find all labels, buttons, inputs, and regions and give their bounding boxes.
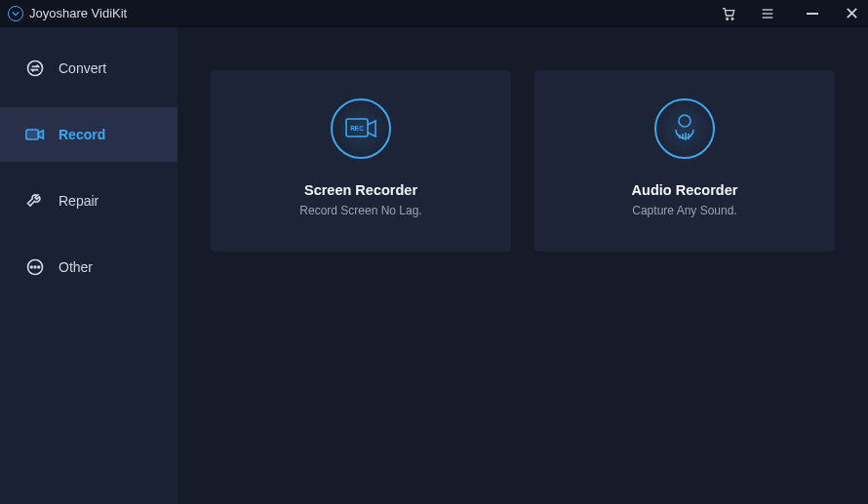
app-title: Joyoshare VidiKit xyxy=(29,6,127,20)
svg-point-8 xyxy=(28,61,43,76)
window-controls xyxy=(804,5,860,22)
repair-icon xyxy=(25,191,45,211)
svg-point-12 xyxy=(34,266,36,268)
record-icon xyxy=(25,125,45,144)
convert-icon xyxy=(25,58,45,78)
sidebar: Convert Record Repair Other xyxy=(0,27,178,504)
card-title: Audio Recorder xyxy=(632,182,738,198)
cart-icon[interactable] xyxy=(720,5,737,22)
card-audio-recorder[interactable]: Audio Recorder Capture Any Sound. xyxy=(534,70,835,252)
svg-point-16 xyxy=(679,115,690,127)
card-title: Screen Recorder xyxy=(304,182,417,198)
menu-icon[interactable] xyxy=(759,5,776,22)
sidebar-item-label: Repair xyxy=(59,193,99,209)
sidebar-item-repair[interactable]: Repair xyxy=(0,174,178,228)
other-icon xyxy=(25,257,45,277)
svg-point-0 xyxy=(727,18,729,19)
minimize-button[interactable] xyxy=(804,5,821,22)
svg-point-13 xyxy=(38,266,40,268)
svg-rect-9 xyxy=(26,130,38,139)
sidebar-item-other[interactable]: Other xyxy=(0,240,178,294)
sidebar-item-label: Record xyxy=(59,127,105,142)
sidebar-item-convert[interactable]: Convert xyxy=(0,41,178,96)
close-button[interactable] xyxy=(843,5,860,22)
audio-recorder-icon xyxy=(654,98,715,159)
card-subtitle: Record Screen No Lag. xyxy=(299,204,421,217)
app-window: Joyoshare VidiKit xyxy=(0,0,868,504)
svg-point-1 xyxy=(731,18,733,19)
sidebar-item-label: Convert xyxy=(59,60,106,76)
sidebar-item-label: Other xyxy=(59,259,93,275)
content: Convert Record Repair Other xyxy=(0,27,868,504)
svg-point-11 xyxy=(30,266,32,268)
svg-text:REC: REC xyxy=(350,125,364,132)
app-logo-icon xyxy=(8,6,23,21)
screen-recorder-icon: REC xyxy=(331,98,391,159)
main-panel: REC Screen Recorder Record Screen No Lag… xyxy=(178,27,868,504)
card-screen-recorder[interactable]: REC Screen Recorder Record Screen No Lag… xyxy=(211,70,511,252)
titlebar: Joyoshare VidiKit xyxy=(0,0,868,27)
card-subtitle: Capture Any Sound. xyxy=(632,204,736,217)
sidebar-item-record[interactable]: Record xyxy=(0,107,178,162)
titlebar-actions xyxy=(720,5,776,22)
